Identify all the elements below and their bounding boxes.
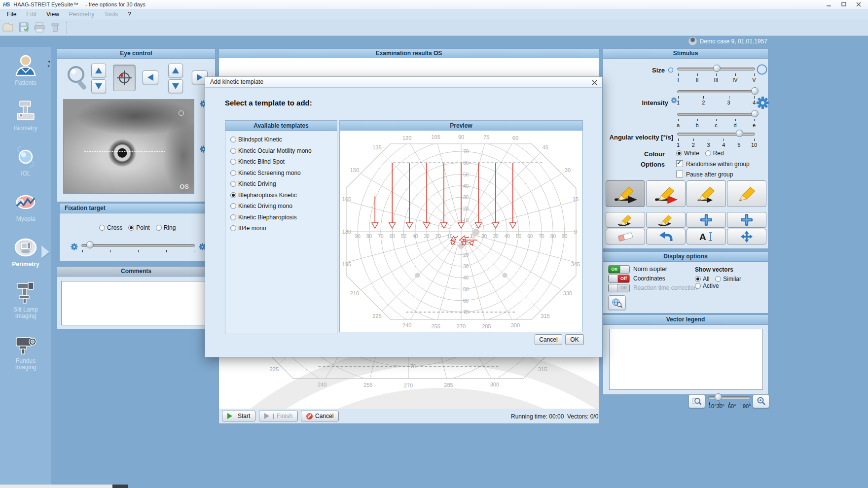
int-slider1-track[interactable] [677,90,755,93]
fixation-option-point[interactable]: Point [128,224,149,231]
preview-chart-area: 0153045607590105120135150165180195210225… [340,131,582,332]
draw-pencil-tool-button[interactable] [727,180,766,207]
zoom-globe-button[interactable] [608,295,626,310]
svg-text:270: 270 [457,323,466,329]
window-title: HAAG-STREIT EyeSuite™ [13,1,78,7]
add-vector-tool-button[interactable] [687,212,726,228]
tick-label: 10 [751,142,757,148]
move-tool-button[interactable] [727,229,766,244]
template-option-kinetic-driving[interactable]: Kinetic Driving [230,180,337,187]
tick-label: 4 [753,100,756,105]
zoom-slider-thumb[interactable] [715,393,722,401]
move-up-button[interactable] [91,64,106,77]
close-button[interactable] [851,0,866,8]
start-button[interactable]: Start [222,411,255,421]
fix-slider-thumb[interactable] [86,241,94,248]
template-option-iii4e-mono[interactable]: III4e mono [230,225,337,232]
move-down-button[interactable] [91,79,106,93]
sidebar-item-biometry[interactable]: Biometry [0,99,51,132]
maximize-button[interactable] [836,0,851,8]
magnifier-icon[interactable] [65,64,90,94]
coordinates-toggle[interactable]: Off [608,275,630,283]
edit-vector-tool-button[interactable] [606,212,645,228]
taskbar-fragment-dark [112,485,128,488]
finish-button[interactable]: Finish [259,411,298,421]
fixation-option-cross[interactable]: Cross [99,224,122,231]
menu-view[interactable]: View [41,10,64,19]
dialog-ok-button[interactable]: OK [565,334,584,345]
undo-tool-button[interactable] [646,229,686,244]
svg-text:30: 30 [565,167,571,173]
vector-legend-panel: Vector legend [603,314,768,395]
menu-file[interactable]: File [2,10,21,19]
dialog-cancel-button[interactable]: Cancel [535,334,562,345]
fixation-option-ring[interactable]: Ring [156,224,176,231]
tick [723,139,724,141]
template-option-kinetic-driving-mono[interactable]: Kinetic Driving mono [230,203,337,209]
svg-text:60: 60 [512,135,518,141]
vel-slider-track[interactable] [677,133,755,136]
eraser-icon [616,230,634,243]
print-icon[interactable] [34,21,45,35]
fixation-target-panel: Fixation target» CrossPointRing [59,203,216,261]
int-slider2-thumb[interactable] [751,110,759,117]
svg-text:70: 70 [539,234,545,239]
splitter-arrows-icon[interactable]: ◂▸ [48,59,50,68]
sidebar-item-myopia[interactable]: Myopia [0,189,51,222]
eraser-tool-button[interactable] [606,229,645,244]
colour-option-white[interactable]: White [676,150,699,157]
norm-isopter-toggle[interactable]: On [608,265,630,274]
save-icon[interactable] [18,21,30,35]
template-option-kinetic-screening-mono[interactable]: Kinetic Screening mono [230,170,337,176]
shift-up-button[interactable] [168,64,183,77]
show-vectors-option-all[interactable]: All [695,276,709,282]
option-pause-after-group[interactable]: Pause after group [676,171,750,178]
delete-icon[interactable] [49,21,61,35]
open-icon[interactable] [2,21,14,35]
draw-thin-vector-tool-button[interactable] [687,180,726,207]
menu-help[interactable]: ? [123,10,136,19]
fixation-target-header: Fixation target» [60,204,215,213]
minimize-button[interactable] [822,0,836,8]
template-option-blepharoptosis-kinetic[interactable]: Blepharoptosis Kinetic [230,192,337,199]
tick-label: a [677,122,680,128]
shift-down-button[interactable] [168,79,183,93]
show-vectors-option-similar[interactable]: Similar [715,276,741,282]
option-randomise-within-group[interactable]: Randomise within group [676,160,750,168]
zoom-out-button[interactable] [688,394,705,408]
template-option-blindspot-kinetic[interactable]: Blindspot Kinetic [230,136,337,143]
cancel-exam-button[interactable]: Cancel [301,411,339,421]
size-slider-thumb[interactable] [713,65,721,72]
sidebar-item-iol[interactable]: IOL [0,144,51,177]
move-left-button[interactable] [143,70,158,84]
comments-textarea[interactable] [61,281,212,325]
sidebar-expand-arrow-icon[interactable] [41,245,56,258]
add-point-tool-button[interactable] [727,212,766,228]
fixation-slider-left-gear-icon[interactable] [71,243,78,252]
size-small-circle-icon [668,67,674,74]
dialog-close-icon[interactable] [590,78,598,86]
svg-text:0: 0 [574,229,577,235]
template-option-kinetic-ocular-motility-mono[interactable]: Kinetic Ocular Motility mono [230,147,337,154]
edit-vector-alt-tool-button[interactable] [646,212,686,228]
colour-option-red[interactable]: Red [705,150,724,157]
show-vectors-option-active[interactable]: Active [695,282,719,289]
vel-slider-thumb[interactable] [736,130,743,137]
center-target-button[interactable] [113,65,136,91]
sidebar-item-fundus-imaging[interactable]: Fundus Imaging [0,331,51,371]
zoom-in-button[interactable] [753,394,769,408]
template-option-kinetic-blind-spot[interactable]: Kinetic Blind Spot [230,158,337,165]
draw-vector-tool-button[interactable] [606,180,645,207]
tick-label: d [733,122,736,128]
draw-red-vector-tool-button[interactable] [646,180,686,207]
template-option-kinetic-blepharoptosis[interactable]: Kinetic Blepharoptosis [230,214,337,221]
intensity-gear-icon[interactable] [756,96,769,111]
int-slider2-track[interactable] [677,113,755,116]
int-slider1-thumb[interactable] [751,87,759,95]
label-tool-button[interactable]: A [687,229,726,244]
crosshair-vertical-icon [125,116,125,176]
fix-slider-track[interactable] [81,244,195,247]
sidebar-item-patients[interactable]: Patients [0,53,51,86]
sidebar-item-slit-lamp-imaging[interactable]: Slit Lamp Imaging [0,280,51,319]
norm-isopter-label: Norm isopter [633,266,667,273]
